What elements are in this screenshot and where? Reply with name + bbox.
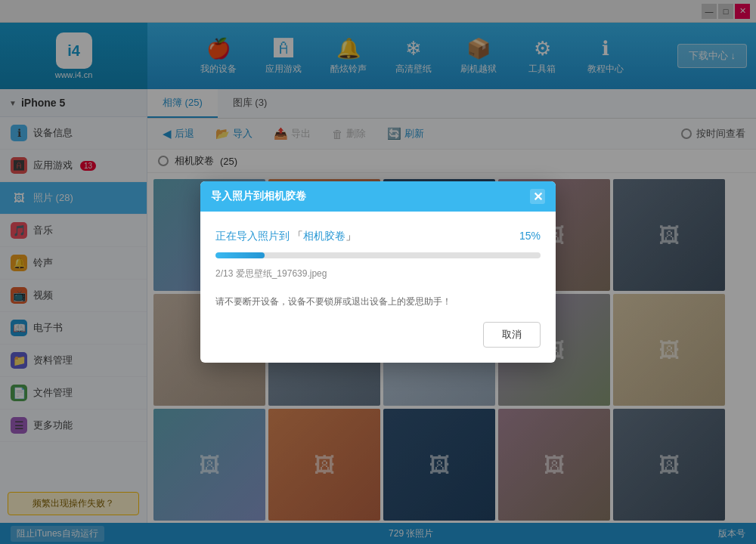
progress-bar-fill: [215, 252, 265, 258]
dialog-overlay: 导入照片到相机胶卷 ✕ 正在导入照片到 「相机胶卷」 15% 2/13 爱思壁纸…: [0, 0, 756, 544]
dialog-status-prefix: 正在导入照片到: [215, 230, 290, 242]
dialog-percent: 15%: [519, 230, 541, 242]
cancel-button[interactable]: 取消: [483, 322, 541, 348]
progress-bar-bg: [215, 252, 541, 258]
dialog-body: 正在导入照片到 「相机胶卷」 15% 2/13 爱思壁纸_197639.jpeg…: [200, 212, 556, 363]
dialog-close-button[interactable]: ✕: [530, 189, 545, 204]
dialog-status-text: 正在导入照片到 「相机胶卷」 15%: [215, 230, 541, 243]
dialog-footer: 取消: [215, 322, 541, 348]
dialog-title-bar: 导入照片到相机胶卷 ✕: [200, 181, 556, 212]
dialog-filename: 2/13 爱思壁纸_197639.jpeg: [215, 267, 541, 280]
import-dialog: 导入照片到相机胶卷 ✕ 正在导入照片到 「相机胶卷」 15% 2/13 爱思壁纸…: [200, 181, 556, 363]
dialog-warning: 请不要断开设备，设备不要锁屏或退出设备上的爱思助手！: [215, 295, 541, 308]
dialog-album-name: 相机胶卷: [303, 230, 345, 242]
dialog-title: 导入照片到相机胶卷: [211, 190, 306, 203]
